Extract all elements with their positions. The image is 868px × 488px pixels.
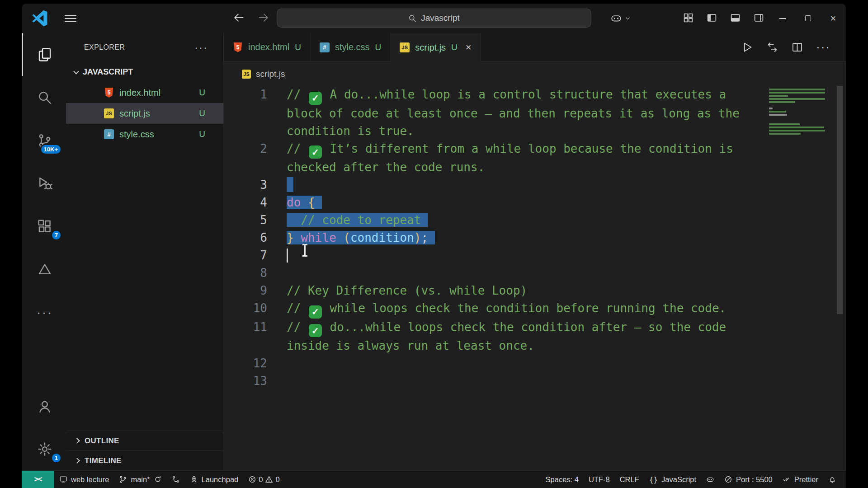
toggle-secondary-sidebar-icon[interactable]: [753, 12, 764, 23]
maximize-icon: [805, 15, 811, 21]
code-text[interactable]: [287, 247, 748, 264]
code-line-12[interactable]: 12: [224, 355, 846, 372]
activity-explorer[interactable]: [22, 33, 66, 76]
triangle-icon: [37, 262, 52, 277]
code-line-8[interactable]: 8: [224, 264, 846, 282]
tab-close-icon[interactable]: ×: [466, 42, 472, 53]
remote-indicator[interactable]: ><: [22, 471, 54, 488]
code-line-5[interactable]: 5 // code to repeat: [224, 211, 846, 229]
forward-arrow-icon[interactable]: [257, 11, 270, 24]
code-line-11[interactable]: 11// ✓ do...while loops check the condit…: [224, 319, 846, 355]
code-token: while: [301, 231, 336, 244]
code-line-1[interactable]: 1// ✓ A do...while loop is a control str…: [224, 86, 846, 140]
timeline-panel-header[interactable]: TIMELINE: [66, 450, 223, 470]
code-line-3[interactable]: 3: [224, 176, 846, 194]
folder-javascript[interactable]: JAVASCRIPT: [66, 62, 223, 82]
code-text[interactable]: } while (condition);: [287, 229, 748, 247]
circle-slash-icon: [724, 475, 732, 483]
code-line-9[interactable]: 9// Key Difference (vs. while Loop): [224, 282, 846, 300]
command-center-search[interactable]: Javascript: [277, 9, 591, 28]
copilot-icon: [706, 475, 714, 483]
maximize-button[interactable]: [795, 4, 821, 33]
activity-search[interactable]: [22, 76, 66, 119]
code-line-6[interactable]: 6} while (condition);: [224, 229, 846, 247]
status-prettier[interactable]: Prettier: [778, 471, 823, 488]
tab-index-html[interactable]: 5 index.html U: [224, 33, 311, 61]
tab-script-js[interactable]: JS script.js U ×: [391, 33, 481, 62]
minimap-line: [769, 89, 825, 90]
more-actions-icon[interactable]: ···: [816, 40, 830, 54]
close-button[interactable]: ×: [821, 4, 846, 33]
code-text[interactable]: [287, 176, 748, 194]
minimap[interactable]: [769, 89, 830, 142]
toggle-sidebar-icon[interactable]: [706, 12, 717, 23]
code-token: do: [287, 196, 301, 209]
git-status-badge: U: [451, 42, 458, 52]
warning-count: 0: [275, 475, 279, 484]
code-line-13[interactable]: 13: [224, 372, 846, 390]
customize-layout-icon[interactable]: [683, 12, 694, 23]
git-status-badge: U: [199, 88, 205, 98]
scrollbar-thumb[interactable]: [837, 86, 843, 314]
activity-account[interactable]: [22, 385, 66, 427]
activity-settings[interactable]: 1: [22, 427, 66, 470]
compare-changes-icon[interactable]: [766, 41, 778, 53]
selection-highlight: [287, 177, 293, 192]
status-encoding[interactable]: UTF-8: [584, 471, 615, 488]
status-language[interactable]: {} JavaScript: [644, 471, 701, 488]
code-line-4[interactable]: 4do {: [224, 194, 846, 211]
sidebar-more-icon[interactable]: ···: [194, 41, 208, 54]
status-port[interactable]: Port : 5500: [719, 471, 778, 488]
code-text[interactable]: // ✓ It’s different from a while loop be…: [287, 140, 748, 177]
copilot-menu[interactable]: [610, 12, 631, 24]
activity-source-control[interactable]: 10K+: [22, 119, 66, 162]
status-problems[interactable]: 0 0: [243, 471, 284, 488]
status-branch[interactable]: main*: [114, 471, 166, 488]
status-git-graph[interactable]: [167, 471, 185, 488]
status-eol[interactable]: CRLF: [615, 471, 644, 488]
timeline-label: TIMELINE: [85, 456, 122, 465]
activity-run-debug[interactable]: [22, 162, 66, 205]
code-text[interactable]: // ✓ A do...while loop is a control stru…: [287, 86, 748, 140]
split-editor-icon[interactable]: [791, 41, 803, 53]
code-line-10[interactable]: 10// ✓ while loops check the condition b…: [224, 300, 846, 319]
git-status-badge: U: [295, 42, 301, 52]
status-launchpad[interactable]: Launchpad: [185, 471, 244, 488]
status-web-lecture[interactable]: web lecture: [54, 471, 114, 488]
run-button[interactable]: [741, 41, 754, 53]
status-copilot[interactable]: [701, 471, 719, 488]
tab-style-css[interactable]: # style.css U: [311, 33, 391, 61]
code-token: // Key Difference (vs. while Loop): [287, 284, 527, 297]
code-token: while loops check the condition before r…: [323, 301, 726, 315]
chevron-down-icon: [624, 15, 631, 22]
status-indentation[interactable]: Spaces: 4: [541, 471, 584, 488]
code-text[interactable]: // Key Difference (vs. while Loop): [287, 282, 748, 300]
activity-triangle-extension[interactable]: [22, 248, 66, 291]
minimize-button[interactable]: [770, 4, 795, 33]
editor-group: 5 index.html U # style.css U JS script.j…: [224, 33, 846, 470]
status-notifications[interactable]: [823, 471, 841, 488]
copilot-icon: [610, 12, 622, 24]
file-item-script-js[interactable]: JS script.js U: [66, 103, 223, 124]
outline-panel-header[interactable]: OUTLINE: [66, 431, 223, 450]
back-arrow-icon[interactable]: [232, 11, 245, 24]
minimap-line: [769, 95, 788, 97]
code-token: [336, 231, 344, 244]
code-text[interactable]: // ✓ while loops check the condition bef…: [287, 300, 748, 319]
code-line-2[interactable]: 2// ✓ It’s different from a while loop b…: [224, 140, 846, 177]
code-editor[interactable]: 1// ✓ A do...while loop is a control str…: [224, 86, 846, 470]
file-item-style-css[interactable]: # style.css U: [66, 124, 223, 145]
activity-more[interactable]: ···: [22, 291, 66, 333]
activity-extensions[interactable]: 7: [22, 205, 66, 248]
file-item-index-html[interactable]: 5 index.html U: [66, 82, 223, 103]
git-branch-icon: [119, 475, 127, 483]
chevron-right-icon: [74, 438, 80, 444]
code-line-7[interactable]: 7: [224, 247, 846, 264]
code-text[interactable]: do {: [287, 194, 748, 211]
code-text[interactable]: // ✓ do...while loops check the conditio…: [287, 319, 748, 355]
breadcrumb[interactable]: JS script.js: [224, 62, 846, 86]
toggle-panel-icon[interactable]: [730, 12, 741, 23]
code-token: [294, 231, 301, 244]
code-text[interactable]: // code to repeat: [287, 211, 748, 229]
menu-hamburger-icon[interactable]: [65, 13, 76, 24]
